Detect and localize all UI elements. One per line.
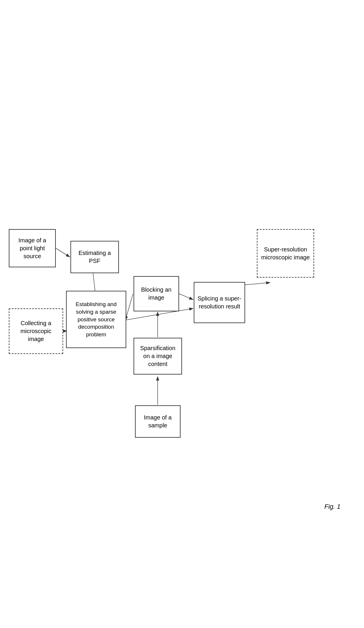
- fig-label: Fig. 1: [324, 503, 341, 511]
- estimating-psf-box: Estimating a PSF: [70, 241, 119, 273]
- collecting-microscopic-box: Collecting a microscopic image: [9, 308, 63, 354]
- establishing-solving-box: Establishing and solving a sparse positi…: [66, 291, 126, 348]
- blocking-image-box: Blocking an image: [134, 276, 179, 311]
- diagram-container: Image of a point light source Collecting…: [0, 0, 364, 628]
- splicing-box: Splicing a super-resolution result: [194, 282, 245, 323]
- super-resolution-box: Super-resolution microscopic image: [257, 229, 314, 278]
- image-point-light-box: Image of a point light source: [9, 229, 56, 267]
- image-sample-box: Image of a sample: [135, 405, 181, 438]
- svg-line-8: [179, 294, 193, 300]
- svg-line-4: [125, 294, 133, 320]
- svg-line-1: [56, 248, 70, 257]
- sparsification-box: Sparsification on a image content: [134, 338, 182, 375]
